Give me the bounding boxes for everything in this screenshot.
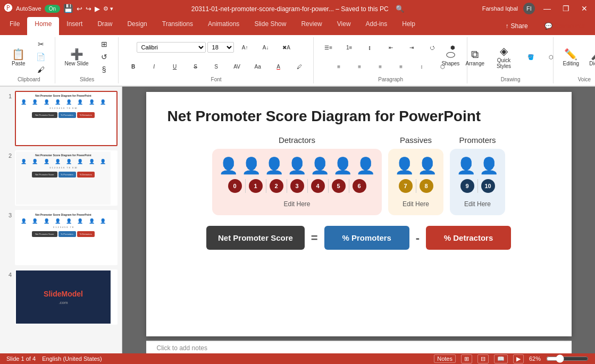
slide-thumb-3[interactable]: 3 Net Promoter Score Diagram for PowerPo… [4, 210, 118, 265]
font-color-button[interactable]: A [269, 62, 288, 71]
person-icon-pro-2: 👤 [479, 156, 499, 175]
strikethrough-button[interactable]: S [186, 62, 205, 71]
comments-button[interactable]: 💬 Comments [539, 19, 591, 33]
font-shrink-button[interactable]: A↓ [256, 43, 275, 52]
slide-sorter-button[interactable]: ⊟ [477, 354, 489, 363]
line-spacing-button[interactable]: ↕ [412, 62, 431, 71]
slide-thumb-2[interactable]: 2 Net Promoter Score Diagram for PowerPo… [4, 150, 118, 206]
tab-design[interactable]: Design [120, 17, 154, 35]
notes-view-button[interactable]: Notes [434, 354, 456, 363]
tab-transitions[interactable]: Transitions [155, 17, 200, 35]
cut-button[interactable]: ✂ [31, 38, 51, 50]
increase-indent-button[interactable]: ⇥ [402, 43, 421, 52]
clear-format-button[interactable]: ✖A [277, 43, 296, 52]
shapes-button[interactable]: ⬭ Shapes [439, 46, 462, 69]
align-center-button[interactable]: ≡ [350, 62, 369, 71]
slide-thumb-1[interactable]: 1 Net Promoter Score Diagram for PowerPo… [4, 91, 118, 146]
shape-fill-button[interactable]: 🪣 [521, 53, 540, 62]
clipboard-label: Clipboard [18, 75, 40, 82]
slide-image-3[interactable]: Net Promoter Score Diagram for PowerPoin… [15, 210, 118, 265]
passives-persons: 👤 👤 [395, 156, 437, 175]
tab-home[interactable]: Home [27, 17, 59, 35]
highlight-button[interactable]: 🖊 [290, 62, 309, 71]
quick-styles-button[interactable]: ◈ Quick Styles [488, 43, 519, 71]
section-button[interactable]: § [95, 64, 114, 75]
justify-button[interactable]: ≡ [391, 62, 410, 71]
slide-image-4[interactable]: SlideModel .com [15, 269, 118, 325]
undo-icon[interactable]: ↩ [77, 5, 82, 13]
voice-row: ✏️ Editing 🎤 Dictate [559, 38, 595, 75]
tab-view[interactable]: View [330, 17, 358, 35]
present-icon[interactable]: ▶ [95, 5, 100, 13]
tab-animations[interactable]: Animations [200, 17, 247, 35]
search-icon[interactable]: 🔍 [396, 5, 404, 13]
editing-button[interactable]: ✏️ Editing [559, 46, 584, 69]
zoom-slider[interactable] [546, 354, 589, 363]
font-size-select[interactable]: 18 [207, 42, 234, 53]
text-direction-button[interactable]: ⭯ [423, 43, 442, 52]
copy-button[interactable]: 📄 [31, 51, 51, 63]
shape-outline-icon: ⬡ [549, 54, 554, 60]
slide-main[interactable]: Net Promoter Score Diagram for PowerPoin… [122, 87, 595, 364]
slide-image-2[interactable]: Net Promoter Score Diagram for PowerPoin… [15, 150, 118, 206]
tab-addins[interactable]: Add-ins [358, 17, 395, 35]
layout-icon: ⊞ [101, 40, 107, 48]
slide-thumb-4[interactable]: 4 SlideModel .com [4, 269, 118, 325]
tab-review[interactable]: Review [294, 17, 329, 35]
detractors-numbers: 0 1 2 3 4 5 6 [228, 179, 366, 193]
slide-panel: 1 Net Promoter Score Diagram for PowerPo… [0, 87, 122, 364]
align-right-button[interactable]: ≡ [371, 62, 390, 71]
autosave-toggle[interactable]: On [45, 5, 60, 13]
slide-image-1[interactable]: Net Promoter Score Diagram for PowerPoin… [15, 91, 118, 146]
divider-1 [245, 179, 246, 193]
tab-insert[interactable]: Insert [59, 17, 90, 35]
layout-button[interactable]: ⊞ [95, 38, 114, 50]
paste-button[interactable]: 📋 Paste [7, 46, 30, 69]
font-case-button[interactable]: Aa [248, 62, 267, 71]
redo-icon[interactable]: ↪ [86, 5, 91, 13]
tab-file[interactable]: File [2, 17, 27, 35]
bullets-button[interactable]: ☰≡ [319, 43, 338, 52]
divider-7 [416, 179, 416, 193]
decrease-indent-button[interactable]: ⇤ [381, 43, 400, 52]
reset-button[interactable]: ↺ [95, 51, 114, 63]
normal-view-button[interactable]: ⊞ [461, 354, 472, 363]
font-family-select[interactable]: Calibri [137, 42, 206, 53]
bold-button[interactable]: B [124, 62, 143, 71]
underline-button[interactable]: U [165, 62, 185, 71]
format-painter-button[interactable]: 🖌 [31, 64, 51, 75]
align-left-button[interactable]: ≡ [329, 62, 348, 71]
columns-button[interactable]: ⫿ [361, 43, 380, 52]
shadow-button[interactable]: S [207, 62, 226, 71]
minimize-button[interactable]: — [540, 3, 554, 14]
slideshow-button[interactable]: ▶ [513, 354, 524, 363]
save-icon[interactable]: 💾 [63, 4, 73, 13]
ribbon-group-drawing: ⬭ Shapes ⧉ Arrange ◈ Quick Styles 🪣 ⬡ ✧ … [468, 37, 554, 83]
share-button[interactable]: ↑ Share [497, 20, 537, 32]
promoters-numbers: 9 10 [460, 179, 495, 193]
person-icon-pas-1: 👤 [395, 156, 414, 175]
voice-label: Voice [578, 75, 591, 82]
dictate-button[interactable]: 🎤 Dictate [585, 46, 595, 69]
char-spacing-button[interactable]: AV [228, 62, 247, 71]
restore-button[interactable]: ❐ [559, 3, 573, 14]
new-slide-button[interactable]: ➕ New Slide [61, 46, 93, 69]
customize-icon[interactable]: ⚙ ▾ [103, 5, 113, 12]
tab-help[interactable]: Help [395, 17, 423, 35]
passives-category: Passives 👤 👤 7 8 Edit Here [388, 136, 443, 215]
font-row1: Calibri 18 A↑ A↓ ✖A [137, 38, 296, 56]
font-grow-button[interactable]: A↑ [236, 43, 255, 52]
titlebar-left: 🅟 AutoSave On 💾 ↩ ↪ ▶ ⚙ ▾ [4, 4, 113, 13]
reading-view-button[interactable]: 📖 [494, 354, 508, 363]
numbering-button[interactable]: 1≡ [340, 43, 359, 52]
window-title: 20311-01-net-promoter-score-diagram-for-… [113, 5, 482, 13]
arrange-button[interactable]: ⧉ Arrange [463, 46, 487, 69]
divider-2 [266, 179, 266, 193]
tab-slideshow[interactable]: Slide Show [247, 17, 294, 35]
close-button[interactable]: ✕ [578, 3, 591, 14]
nps-formula: Net Promoter Score = % Promoters - % Det… [167, 226, 550, 250]
italic-button[interactable]: I [145, 62, 164, 71]
slide-title: Net Promoter Score Diagram for PowerPoin… [167, 108, 550, 125]
detractors-category: Detractors 👤 👤 👤 👤 👤 👤 👤 0 [212, 136, 382, 215]
tab-draw[interactable]: Draw [90, 17, 120, 35]
